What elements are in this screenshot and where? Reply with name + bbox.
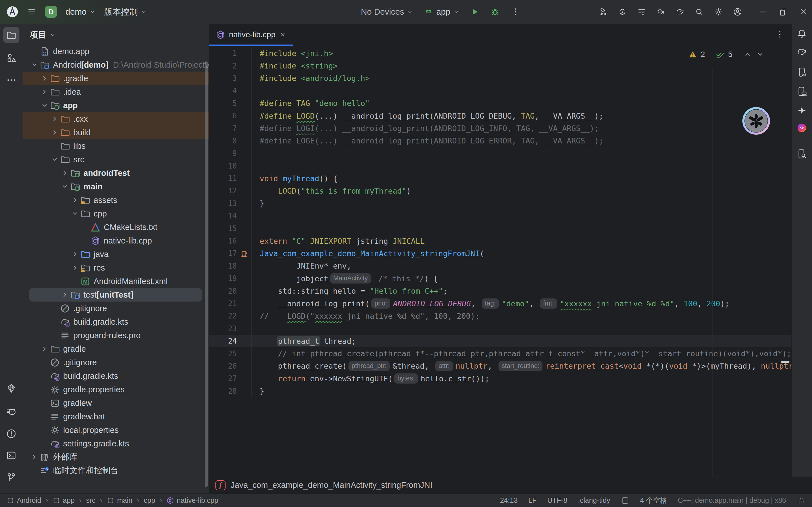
gradle-button[interactable] — [797, 47, 807, 57]
line-number[interactable]: 5 — [219, 99, 237, 108]
sync-translate-button[interactable]: A — [618, 7, 627, 16]
restore-button[interactable] — [779, 7, 788, 16]
breadcrumb-item[interactable]: cpp — [144, 496, 155, 504]
code-line[interactable]: 10 — [209, 160, 792, 172]
tree-item[interactable]: res — [22, 261, 209, 275]
code-line[interactable]: 7#define LOGI(...) __android_log_print(A… — [209, 122, 792, 134]
run-button[interactable] — [470, 7, 480, 17]
tree-chevron-icon[interactable] — [70, 250, 80, 258]
code-line[interactable]: 25 // int pthread_create(pthread_t*--pth… — [209, 347, 792, 359]
running-devices-button[interactable] — [797, 86, 807, 97]
line-number[interactable]: 19 — [219, 274, 237, 283]
tree-item[interactable]: main — [22, 180, 209, 193]
line-number[interactable]: 3 — [219, 74, 237, 82]
code-line[interactable]: 19 jobjectMainActivity /* this */) { — [209, 272, 792, 285]
tree-chevron-icon[interactable] — [70, 210, 80, 217]
tab-native-lib-cpp[interactable]: C native-lib.cpp — [209, 24, 293, 46]
tree-item[interactable]: java — [22, 247, 209, 261]
code-line[interactable]: 21 __android_log_print(prio:ANDROID_LOG_… — [209, 297, 792, 310]
tree-item[interactable]: .cxx — [22, 112, 209, 126]
tree-item[interactable]: libs — [22, 139, 209, 153]
tree-item[interactable]: gradle — [22, 342, 209, 356]
line-number[interactable]: 22 — [219, 312, 237, 320]
status-widget[interactable]: 4 个空格 — [640, 496, 667, 505]
line-number[interactable]: 11 — [219, 174, 237, 183]
tree-item[interactable]: .idea — [22, 85, 209, 99]
tree-item[interactable]: src — [22, 153, 209, 166]
line-number[interactable]: 8 — [219, 137, 237, 145]
tree-chevron-icon[interactable] — [60, 183, 70, 190]
code-line[interactable]: 12 LOGD("this is from myThread") — [209, 185, 792, 197]
code-line[interactable]: 5#define TAG "demo hello" — [209, 97, 792, 110]
line-number[interactable]: 28 — [219, 387, 237, 395]
line-number[interactable]: 16 — [219, 237, 237, 245]
code-line[interactable]: 4 — [209, 84, 792, 97]
settings-button[interactable] — [714, 7, 723, 16]
status-widget[interactable]: UTF-8 — [547, 496, 567, 504]
main-menu-button[interactable] — [27, 7, 37, 17]
notifications-button[interactable] — [797, 29, 807, 39]
attach-debugger-button[interactable] — [656, 7, 665, 16]
close-button[interactable] — [799, 7, 808, 16]
tree-chevron-icon[interactable] — [60, 169, 70, 177]
tree-item[interactable]: demo.app — [22, 45, 209, 58]
terminal-button[interactable] — [6, 450, 17, 461]
device-manager-button[interactable] — [797, 67, 807, 77]
code-line[interactable]: 9 — [209, 147, 792, 160]
status-widget[interactable]: LF — [528, 496, 537, 504]
project-button[interactable] — [3, 27, 19, 43]
tree-item[interactable]: app — [22, 99, 209, 112]
code-line[interactable]: 22// LOGD("xxxxxx jni native %d %d", 100… — [209, 310, 792, 322]
line-number[interactable]: 24 — [219, 337, 237, 345]
tree-item[interactable]: cpp — [22, 207, 209, 220]
build-diamond-button[interactable] — [6, 383, 17, 394]
tree-item[interactable]: .gitignore — [22, 356, 209, 369]
code-line[interactable]: 27 return env->NewStringUTF(bytes:hello.… — [209, 372, 792, 385]
tree-item[interactable]: local.properties — [22, 423, 209, 437]
project-scrollbar[interactable] — [205, 61, 208, 487]
project-panel-header[interactable]: 项目 — [22, 24, 209, 45]
line-number[interactable]: 6 — [219, 112, 237, 120]
breadcrumb-item[interactable]: src — [86, 496, 95, 504]
breadcrumb-item[interactable]: Cnative-lib.cpp — [167, 496, 218, 504]
code-line[interactable]: 2#include <string> — [209, 59, 792, 72]
code-line[interactable]: 8#define LOGE(...) __android_log_print(A… — [209, 135, 792, 147]
tree-chevron-icon[interactable] — [50, 115, 60, 123]
line-number[interactable]: 13 — [219, 199, 237, 208]
code-line[interactable]: 3#include <android/log.h> — [209, 72, 792, 84]
tree-item[interactable]: build — [22, 126, 209, 139]
build-hammer-button[interactable] — [599, 7, 608, 16]
tree-chevron-icon[interactable] — [70, 196, 80, 204]
more-actions-button[interactable] — [510, 7, 520, 17]
line-number[interactable]: 15 — [219, 224, 237, 233]
tree-chevron-icon[interactable] — [40, 75, 50, 82]
line-number[interactable]: 7 — [219, 124, 237, 133]
tree-chevron-icon[interactable] — [29, 453, 40, 461]
code-viewport[interactable]: 1#include <jni.h>2#include <string>3#inc… — [209, 46, 792, 476]
tree-chevron-icon[interactable] — [40, 345, 50, 352]
line-number[interactable]: 4 — [219, 87, 237, 95]
tree-item[interactable]: Android [demo]D:\Android Studio\Project\… — [22, 58, 209, 71]
inspections-widget[interactable]: 2 5 — [688, 50, 765, 59]
tree-item[interactable]: assets — [22, 193, 209, 207]
tree-item[interactable]: .gitignore — [22, 301, 209, 315]
line-number[interactable]: 9 — [219, 149, 237, 158]
editor-options-button[interactable] — [775, 30, 784, 39]
line-number[interactable]: 1 — [219, 49, 237, 57]
line-number[interactable]: 12 — [219, 186, 237, 195]
line-number[interactable]: 27 — [219, 374, 237, 383]
code-line[interactable]: 15 — [209, 222, 792, 234]
build-variants-button[interactable] — [637, 7, 646, 16]
close-tab-icon[interactable] — [279, 31, 286, 38]
tree-item[interactable]: androidTest — [22, 166, 209, 180]
code-line[interactable]: 14 — [209, 210, 792, 222]
logcat-button[interactable] — [6, 406, 17, 417]
tree-chevron-icon[interactable] — [70, 264, 80, 271]
code-line[interactable]: 13} — [209, 197, 792, 210]
breadcrumb-item[interactable]: Android — [7, 496, 41, 504]
device-explorer-button[interactable] — [797, 149, 807, 159]
minimize-button[interactable] — [758, 7, 767, 16]
code-line[interactable]: 18 JNIEnv* env, — [209, 260, 792, 272]
line-number[interactable]: 14 — [219, 212, 237, 220]
lock-status-icon[interactable] — [797, 496, 805, 505]
